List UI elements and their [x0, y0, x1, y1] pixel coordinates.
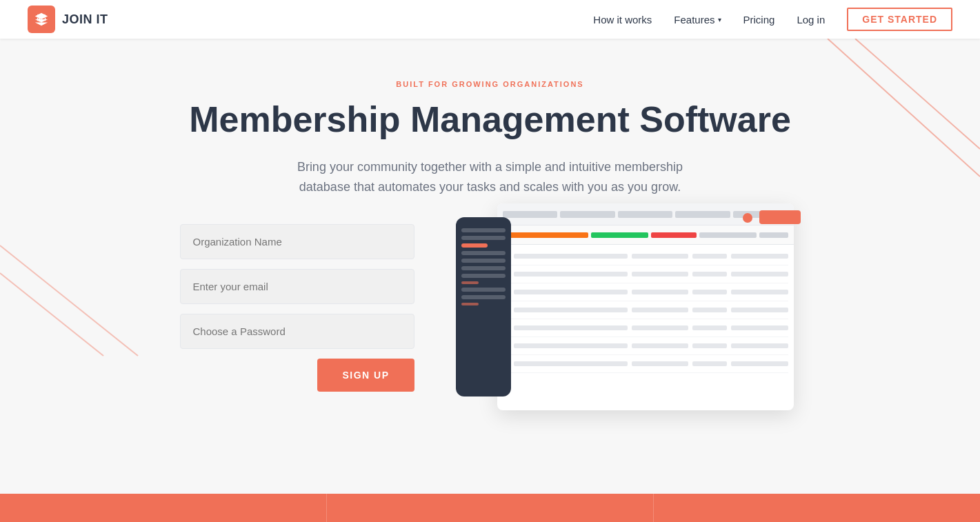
- sidebar-line: [461, 288, 506, 292]
- row-cell: [632, 290, 689, 294]
- sidebar-line: [461, 274, 506, 278]
- table-row: [503, 337, 788, 355]
- feature-card-membership-types: Flexible Membership Types: [327, 494, 654, 522]
- signup-form: SIGN UP: [180, 224, 414, 392]
- row-cell: [632, 254, 689, 259]
- col-header: [503, 211, 558, 218]
- feature-card-profiles: Beautiful Profiles: [0, 494, 327, 522]
- sidebar-line: [461, 295, 506, 299]
- table-row: [503, 301, 788, 319]
- row-cell: [731, 325, 788, 330]
- nav-pricing[interactable]: Pricing: [743, 14, 775, 26]
- nav-login[interactable]: Log in: [797, 14, 825, 26]
- row-cell: [514, 343, 628, 348]
- sidebar-line-active: [461, 243, 488, 248]
- table-row: [503, 248, 788, 265]
- row-cell: [731, 361, 788, 366]
- row-cell: [731, 254, 788, 259]
- row-cell: [632, 325, 689, 330]
- accent-top-right: [759, 210, 801, 224]
- brand-icon[interactable]: ✦: [28, 6, 55, 33]
- row-cell: [692, 343, 727, 348]
- brand-logo-icon: ✦: [34, 12, 49, 27]
- sidebar-line: [461, 228, 506, 232]
- table-rows: [497, 245, 794, 376]
- row-cell: [692, 308, 727, 312]
- sidebar-accent: [461, 303, 479, 305]
- accent-dot: [743, 213, 752, 223]
- col-header: [618, 211, 673, 218]
- hero-content: BUILT FOR GROWING ORGANIZATIONS Membersh…: [28, 80, 952, 197]
- filter-bar-red: [651, 232, 697, 238]
- filter-bar-orange: [503, 232, 588, 238]
- navbar: ✦ JOIN IT How it works Features ▾ Pricin…: [0, 0, 980, 39]
- org-name-input[interactable]: [180, 224, 414, 259]
- filter-bar-gray: [699, 232, 757, 238]
- row-cell: [731, 290, 788, 294]
- chevron-down-icon: ▾: [718, 16, 721, 23]
- row-cell: [632, 272, 689, 277]
- hero-main: SIGN UP: [28, 224, 952, 424]
- table-row: [503, 355, 788, 373]
- get-started-button[interactable]: GET STARTED: [847, 8, 952, 31]
- hero-illustration: [456, 203, 801, 424]
- feature-card-database: Simple Membership Database: [654, 494, 980, 522]
- sidebar-line: [461, 259, 506, 263]
- mockup-table: [497, 203, 794, 410]
- row-cell: [731, 272, 788, 277]
- row-cell: [632, 361, 689, 366]
- table-row: [503, 265, 788, 283]
- filter-row: [497, 225, 794, 245]
- signup-button[interactable]: SIGN UP: [317, 359, 414, 392]
- row-cell: [514, 272, 628, 277]
- sidebar-line: [461, 236, 506, 240]
- sidebar-accent: [461, 281, 479, 284]
- hero-description: Bring your community together with a sim…: [283, 157, 697, 197]
- nav-features[interactable]: Features ▾: [674, 14, 721, 26]
- table-row: [503, 283, 788, 301]
- table-row: [503, 319, 788, 337]
- col-header: [560, 211, 615, 218]
- sidebar-line: [461, 251, 506, 255]
- nav-links: How it works Features ▾ Pricing Log in G…: [593, 8, 952, 31]
- filter-bar-green: [591, 232, 648, 238]
- brand: ✦ JOIN IT: [28, 6, 108, 33]
- password-input[interactable]: [180, 314, 414, 349]
- sidebar-line: [461, 266, 506, 270]
- row-cell: [692, 254, 727, 259]
- nav-how-it-works[interactable]: How it works: [593, 14, 652, 26]
- row-cell: [692, 290, 727, 294]
- hero-subtitle: BUILT FOR GROWING ORGANIZATIONS: [28, 80, 952, 88]
- row-cell: [692, 272, 727, 277]
- row-cell: [731, 308, 788, 312]
- hero-title: Membership Management Software: [28, 99, 952, 141]
- row-cell: [514, 290, 628, 294]
- row-cell: [632, 343, 689, 348]
- email-input[interactable]: [180, 269, 414, 304]
- row-cell: [514, 254, 628, 259]
- row-cell: [514, 325, 628, 330]
- row-cell: [692, 325, 727, 330]
- row-cell: [514, 361, 628, 366]
- svg-text:✦: ✦: [37, 17, 42, 23]
- brand-name: JOIN IT: [62, 12, 108, 27]
- row-cell: [731, 343, 788, 348]
- row-cell: [632, 308, 689, 312]
- row-cell: [692, 361, 727, 366]
- row-cell: [514, 308, 628, 312]
- mockup-sidebar: [456, 217, 511, 396]
- feature-cards: Beautiful Profiles Flexible Membership T…: [0, 494, 980, 522]
- hero-section: BUILT FOR GROWING ORGANIZATIONS Membersh…: [0, 39, 980, 494]
- col-header: [675, 211, 730, 218]
- filter-bar-gray2: [759, 232, 788, 238]
